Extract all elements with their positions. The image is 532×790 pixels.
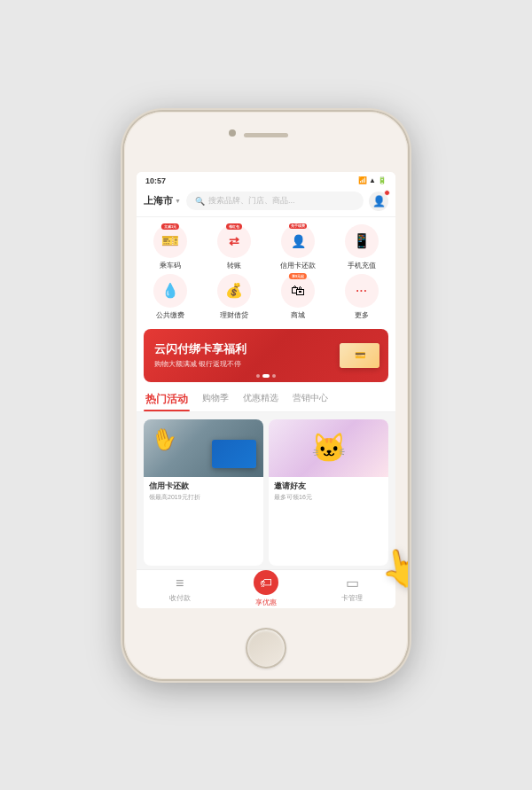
- wifi-icon: ▲: [369, 176, 376, 184]
- zhuanzhang-icon: ⇄: [229, 234, 239, 248]
- credit-repay-label: 信用卡还款: [280, 261, 316, 270]
- icon-item-finance[interactable]: 💰 理财借贷: [204, 274, 264, 320]
- search-placeholder: 搜索品牌、门店、商品...: [208, 195, 295, 207]
- avatar-icon-person: 👤: [372, 195, 386, 207]
- icon-grid: 🎫 立减1元 乘车码 ⇄ 领红包 转账 👤 免手续费 信用卡还款: [137, 217, 395, 324]
- card-credit-info: 信用卡还款 领最高2019元打折: [144, 477, 263, 506]
- icon-item-mall[interactable]: 🛍 享9元起 商城: [268, 274, 328, 320]
- home-button[interactable]: [246, 628, 286, 669]
- camera: [229, 129, 236, 137]
- card-invite-friends[interactable]: 🐱 邀请好友 最多可领16元: [269, 419, 388, 566]
- tab-shopping-season[interactable]: 购物季: [200, 387, 231, 411]
- mall-icon: 🛍: [291, 283, 305, 299]
- location-text: 上海市: [144, 194, 173, 207]
- deals-label: 享优惠: [255, 598, 277, 607]
- phone-screen: 10:57 📶 ▲ 🔋 上海市 ▼ 🔍 搜索品牌、门店、商品... 👤: [137, 172, 395, 608]
- public-fee-circle: 💧: [153, 274, 187, 308]
- nav-card-management[interactable]: ▭ 卡管理: [309, 570, 395, 608]
- phone-topup-label: 手机充值: [348, 261, 376, 270]
- credit-repay-circle: 👤 免手续费: [281, 224, 315, 258]
- card-invite-info: 邀请好友 最多可领16元: [269, 477, 388, 506]
- icon-item-chenche[interactable]: 🎫 立减1元 乘车码: [140, 224, 200, 270]
- payment-label: 收付款: [169, 593, 191, 603]
- activity-tabs: 热门活动 购物季 优惠精选 营销中心: [137, 387, 395, 412]
- phone-frame: 10:57 📶 ▲ 🔋 上海市 ▼ 🔍 搜索品牌、门店、商品... 👤: [124, 112, 408, 679]
- bottom-navigation: ≡ 收付款 🏷 享优惠 ▭ 卡管理: [137, 569, 395, 608]
- search-icon: 🔍: [195, 197, 205, 206]
- status-time: 10:57: [145, 176, 166, 185]
- signal-icon: 📶: [358, 176, 367, 184]
- finance-icon: 💰: [225, 282, 243, 299]
- card-mgmt-icon: ▭: [346, 575, 359, 591]
- tab-marketing[interactable]: 营销中心: [291, 387, 330, 411]
- hand-icon: ✋: [148, 423, 180, 454]
- card-credit-repay[interactable]: ✋ 信用卡还款 领最高2019元打折: [144, 419, 263, 566]
- icon-item-credit-repay[interactable]: 👤 免手续费 信用卡还款: [268, 224, 328, 270]
- user-avatar[interactable]: 👤: [369, 192, 388, 211]
- mini-card: [212, 440, 256, 468]
- banner-subtitle: 购物大额满减 银行返现不停: [154, 359, 246, 369]
- mall-circle: 🛍 享9元起: [281, 274, 315, 308]
- search-bar[interactable]: 🔍 搜索品牌、门店、商品...: [186, 192, 364, 210]
- card-credit-subtitle: 领最高2019元打折: [149, 493, 258, 502]
- activity-cards: ✋ 信用卡还款 领最高2019元打折 🐱 邀请好友 最多可领16元: [137, 412, 395, 569]
- nav-payment[interactable]: ≡ 收付款: [137, 570, 223, 608]
- more-circle: ···: [345, 274, 379, 308]
- chenche-icon: 🎫: [161, 232, 179, 249]
- card-mgmt-label: 卡管理: [341, 593, 363, 603]
- credit-repay-badge: 免手续费: [289, 223, 307, 229]
- icon-item-phone-topup[interactable]: 📱 手机充值: [332, 224, 392, 270]
- location-button[interactable]: 上海市 ▼: [144, 194, 181, 207]
- more-label: 更多: [355, 310, 369, 320]
- mall-badge: 享9元起: [289, 273, 307, 279]
- public-fee-label: 公共缴费: [156, 310, 184, 320]
- dot-3: [272, 374, 276, 378]
- zhuanzhang-circle: ⇄ 领红包: [217, 224, 251, 258]
- public-fee-icon: 💧: [161, 282, 179, 299]
- chenche-circle: 🎫 立减1元: [153, 224, 187, 258]
- banner-title: 云闪付绑卡享福利: [154, 341, 246, 357]
- finance-circle: 💰: [217, 274, 251, 308]
- icon-item-more[interactable]: ··· 更多: [332, 274, 392, 320]
- speaker: [244, 133, 288, 137]
- lucky-cat-icon: 🐱: [311, 431, 347, 465]
- credit-repay-icon: 👤: [291, 234, 306, 248]
- deals-tag-icon: 🏷: [260, 575, 272, 590]
- dot-1: [256, 374, 260, 378]
- card-credit-title: 信用卡还款: [149, 481, 258, 492]
- header: 上海市 ▼ 🔍 搜索品牌、门店、商品... 👤: [137, 188, 395, 217]
- zhuanzhang-badge: 领红包: [226, 223, 242, 230]
- dot-2: [262, 374, 270, 378]
- nav-deals[interactable]: 🏷 享优惠: [223, 570, 309, 608]
- card-invite-subtitle: 最多可领16元: [274, 493, 383, 502]
- promotional-banner[interactable]: 云闪付绑卡享福利 购物大额满减 银行返现不停 💳: [144, 329, 388, 382]
- chenche-badge: 立减1元: [161, 223, 179, 230]
- zhuanzhang-label: 转账: [227, 261, 241, 270]
- phone-topup-icon: 📱: [353, 232, 371, 249]
- mall-label: 商城: [291, 310, 305, 320]
- phone-topup-circle: 📱: [345, 224, 379, 258]
- status-icons: 📶 ▲ 🔋: [358, 176, 387, 184]
- battery-icon: 🔋: [378, 176, 387, 184]
- status-bar: 10:57 📶 ▲ 🔋: [137, 172, 395, 188]
- finance-label: 理财借贷: [220, 310, 248, 320]
- payment-icon: ≡: [176, 575, 184, 591]
- banner-dots: [256, 374, 276, 378]
- banner-content: 云闪付绑卡享福利 购物大额满减 银行返现不停: [154, 341, 246, 369]
- tab-deals[interactable]: 优惠精选: [241, 387, 280, 411]
- deals-icon: 🏷: [254, 570, 278, 595]
- icon-item-public-fee[interactable]: 💧 公共缴费: [140, 274, 200, 320]
- more-icon: ···: [356, 285, 367, 297]
- icon-item-zhuanzhang[interactable]: ⇄ 领红包 转账: [204, 224, 264, 270]
- location-arrow: ▼: [175, 198, 181, 204]
- banner-card-image: 💳: [340, 343, 379, 368]
- notification-badge: [384, 190, 390, 196]
- tab-hot-activities[interactable]: 热门活动: [144, 387, 190, 411]
- chenche-label: 乘车码: [160, 261, 181, 270]
- card-invite-title: 邀请好友: [274, 481, 383, 492]
